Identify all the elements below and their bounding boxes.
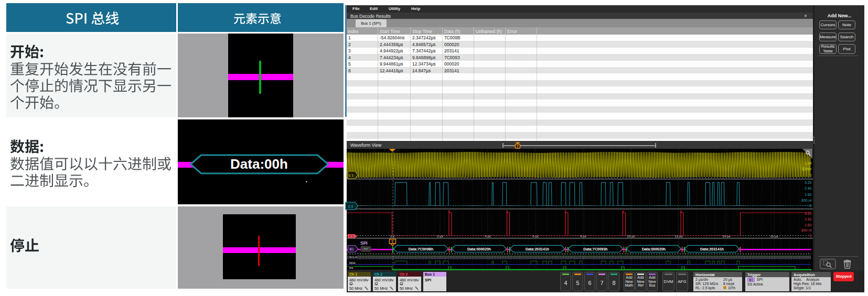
svg-text:B1: B1 — [349, 247, 354, 251]
svg-text:SS: SS — [349, 266, 353, 269]
svg-text:Data:203141h: Data:203141h — [526, 247, 549, 250]
svg-text:10 µs: 10 µs — [627, 234, 635, 237]
svg-text:SPI: SPI — [360, 240, 368, 245]
svg-text:0: 0 — [810, 234, 812, 237]
svg-text:12 µs: 12 µs — [675, 234, 683, 237]
svg-text:Data:7C0093h: Data:7C0093h — [583, 247, 607, 250]
svg-text:0: 0 — [810, 204, 812, 207]
svg-text:3.20: 3.20 — [805, 211, 812, 215]
svg-text:0: 0 — [810, 173, 812, 177]
svg-text:1.84: 1.84 — [805, 161, 811, 165]
svg-text:800 m: 800 m — [801, 228, 812, 232]
svg-text:2.40: 2.40 — [805, 187, 812, 190]
svg-text:C 1: C 1 — [349, 173, 354, 177]
svg-text:800 m: 800 m — [801, 198, 812, 202]
svg-text:2.40: 2.40 — [805, 217, 812, 221]
svg-text:0 s: 0 s — [390, 234, 394, 237]
svg-text:C 3: C 3 — [349, 235, 353, 238]
svg-text:14 µs: 14 µs — [723, 234, 731, 237]
svg-text:SCLK: SCLK — [349, 256, 358, 259]
svg-text:Data:000020h: Data:000020h — [642, 247, 666, 250]
svg-text:2 µs: 2 µs — [437, 234, 443, 237]
svg-text:3.20: 3.20 — [805, 180, 812, 184]
svg-text:4 µs: 4 µs — [485, 234, 490, 237]
svg-text:SDA: SDA — [349, 261, 356, 264]
svg-text:T: T — [517, 145, 519, 148]
svg-text:1.60: 1.60 — [805, 223, 812, 226]
svg-text:8 µs: 8 µs — [580, 234, 586, 237]
svg-text:Data:7C009Bh: Data:7C009Bh — [409, 247, 433, 250]
svg-text:C 2: C 2 — [348, 204, 353, 207]
svg-text:1.60: 1.60 — [805, 192, 812, 196]
svg-text:16 µs: 16 µs — [770, 234, 778, 237]
svg-text:Data:203141h: Data:203141h — [700, 247, 724, 250]
svg-text:920 m: 920 m — [802, 167, 812, 171]
svg-text:Data:000020h: Data:000020h — [467, 247, 491, 250]
svg-text:6 µs: 6 µs — [532, 234, 538, 237]
